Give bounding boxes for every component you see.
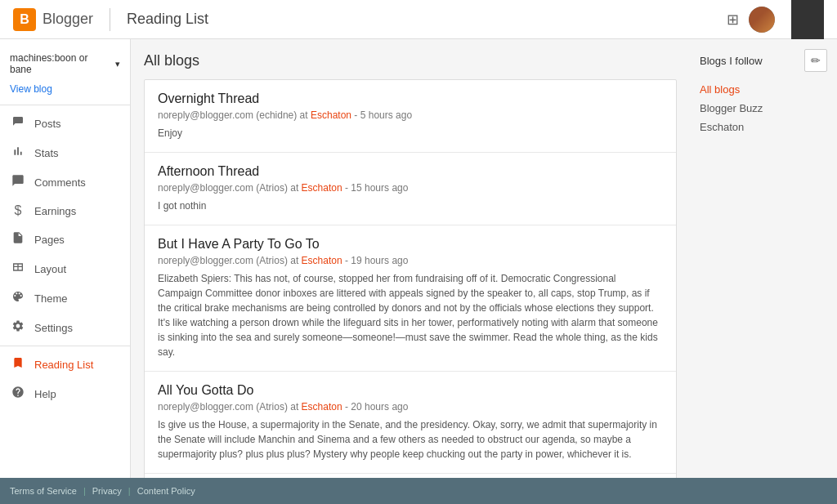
sidebar-item-settings[interactable]: Settings bbox=[0, 313, 130, 342]
dark-block bbox=[791, 0, 824, 39]
layout-icon bbox=[10, 261, 26, 277]
content-policy-link[interactable]: Content Policy bbox=[137, 486, 195, 496]
sidebar-item-pages[interactable]: Pages bbox=[0, 225, 130, 254]
right-panel: Blogs I follow ✏ All blogs Blogger Buzz … bbox=[690, 39, 837, 504]
sidebar: machines:boon or bane ▾ View blog Posts … bbox=[0, 39, 131, 504]
settings-label: Settings bbox=[34, 322, 73, 334]
post-meta: noreply@blogger.com (Atrios) at Eschaton… bbox=[158, 401, 663, 413]
post-title[interactable]: Overnight Thread bbox=[158, 91, 663, 106]
post-title[interactable]: But I Have A Party To Go To bbox=[158, 237, 663, 252]
page-title: Reading List bbox=[127, 11, 208, 28]
post-blog-link[interactable]: Eschaton bbox=[311, 109, 351, 121]
comments-label: Comments bbox=[34, 176, 86, 189]
sidebar-item-help[interactable]: Help bbox=[0, 379, 130, 408]
edit-follow-button[interactable]: ✏ bbox=[804, 49, 827, 72]
earnings-icon: $ bbox=[10, 203, 26, 218]
posts-icon bbox=[10, 115, 26, 132]
theme-label: Theme bbox=[34, 292, 67, 305]
post-item: All You Gotta Do noreply@blogger.com (At… bbox=[145, 372, 676, 474]
post-blog-link[interactable]: Eschaton bbox=[302, 182, 342, 194]
view-blog-link[interactable]: View blog bbox=[0, 82, 130, 101]
post-blog-link[interactable]: Eschaton bbox=[302, 401, 342, 413]
post-meta: noreply@blogger.com (echidne) at Eschato… bbox=[158, 109, 663, 121]
sidebar-item-theme[interactable]: Theme bbox=[0, 283, 130, 313]
pages-icon bbox=[10, 231, 26, 248]
comments-icon bbox=[10, 174, 26, 190]
sidebar-item-comments[interactable]: Comments bbox=[0, 167, 130, 197]
post-meta: noreply@blogger.com (Atrios) at Eschaton… bbox=[158, 255, 663, 266]
dropdown-arrow-icon: ▾ bbox=[115, 59, 120, 69]
footer-sep-2: | bbox=[128, 486, 131, 496]
post-item: Afternoon Thread noreply@blogger.com (At… bbox=[145, 153, 676, 225]
help-label: Help bbox=[34, 388, 56, 400]
blogger-logo-icon: B bbox=[13, 8, 36, 31]
main-layout: machines:boon or bane ▾ View blog Posts … bbox=[0, 39, 837, 504]
blog-name: machines:boon or bane bbox=[10, 52, 112, 75]
header: B Blogger Reading List ⊞ bbox=[0, 0, 837, 39]
blogs-follow-header: Blogs I follow ✏ bbox=[700, 49, 827, 72]
post-time: - bbox=[354, 109, 360, 121]
logo-area: B Blogger Reading List bbox=[13, 8, 208, 31]
post-excerpt: I got nothin bbox=[158, 198, 663, 213]
follow-list-item-eschaton[interactable]: Eschaton bbox=[700, 118, 827, 136]
post-meta: noreply@blogger.com (Atrios) at Eschaton… bbox=[158, 182, 663, 194]
earnings-label: Earnings bbox=[34, 205, 76, 217]
sidebar-divider-2 bbox=[0, 346, 130, 346]
sidebar-divider bbox=[0, 105, 130, 105]
sidebar-item-earnings[interactable]: $ Earnings bbox=[0, 197, 130, 225]
stats-label: Stats bbox=[34, 147, 59, 159]
reading-list-label: Reading List bbox=[34, 359, 93, 371]
user-avatar[interactable] bbox=[749, 7, 775, 33]
post-item: Overnight Thread noreply@blogger.com (ec… bbox=[145, 80, 676, 153]
follow-list-item-blogger-buzz[interactable]: Blogger Buzz bbox=[700, 99, 827, 118]
footer-sep-1: | bbox=[83, 486, 86, 496]
post-excerpt: Is give us the House, a supermajority in… bbox=[158, 417, 663, 462]
apps-grid-icon[interactable]: ⊞ bbox=[727, 11, 739, 29]
reading-list-icon bbox=[10, 356, 26, 372]
layout-label: Layout bbox=[34, 263, 66, 275]
edit-pencil-icon: ✏ bbox=[811, 54, 821, 67]
stats-icon bbox=[10, 145, 26, 161]
post-title[interactable]: Afternoon Thread bbox=[158, 164, 663, 179]
post-excerpt: Enjoy bbox=[158, 126, 663, 140]
sidebar-item-reading-list[interactable]: Reading List bbox=[0, 350, 130, 379]
theme-icon bbox=[10, 290, 26, 306]
post-item: But I Have A Party To Go To noreply@blog… bbox=[145, 225, 676, 372]
terms-link[interactable]: Terms of Service bbox=[10, 486, 77, 496]
posts-label: Posts bbox=[34, 118, 61, 130]
posts-container: Overnight Thread noreply@blogger.com (ec… bbox=[144, 79, 677, 504]
section-title: All blogs bbox=[144, 52, 677, 69]
pages-label: Pages bbox=[34, 234, 65, 246]
sidebar-item-posts[interactable]: Posts bbox=[0, 109, 130, 138]
blogger-wordmark: Blogger bbox=[43, 11, 93, 28]
privacy-link[interactable]: Privacy bbox=[92, 486, 122, 496]
help-icon bbox=[10, 386, 26, 402]
content-area: All blogs Overnight Thread noreply@blogg… bbox=[131, 39, 690, 504]
sidebar-item-layout[interactable]: Layout bbox=[0, 254, 130, 283]
blog-selector[interactable]: machines:boon or bane ▾ bbox=[0, 46, 130, 82]
header-right: ⊞ bbox=[727, 0, 824, 39]
blogs-follow-title: Blogs I follow bbox=[700, 55, 763, 67]
footer-bar: Terms of Service | Privacy | Content Pol… bbox=[0, 478, 837, 504]
post-excerpt: Elizabeth Spiers: This has not, of cours… bbox=[158, 271, 663, 359]
post-blog-link[interactable]: Eschaton bbox=[302, 255, 342, 266]
post-title[interactable]: All You Gotta Do bbox=[158, 383, 663, 398]
follow-list-item-all-blogs[interactable]: All blogs bbox=[700, 80, 827, 99]
settings-icon bbox=[10, 319, 26, 336]
sidebar-item-stats[interactable]: Stats bbox=[0, 138, 130, 167]
header-divider bbox=[110, 8, 110, 31]
